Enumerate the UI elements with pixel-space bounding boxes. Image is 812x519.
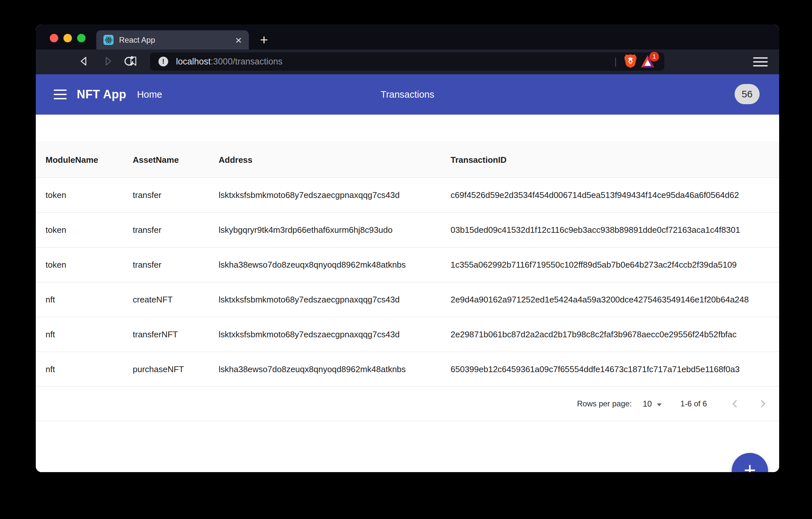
url-text: localhost:3000/transactions — [176, 57, 614, 67]
column-header-assetname: AssetName — [123, 143, 209, 178]
url-host: localhost — [176, 57, 211, 66]
back-icon[interactable] — [78, 55, 90, 69]
brave-rewards-icon[interactable]: 1 — [640, 54, 655, 69]
cell-modulename: token — [36, 178, 123, 213]
cell-address: lsktxksfsbmkmoto68y7edszaecgpnaxqqg7cs43… — [209, 178, 441, 213]
cell-modulename: nft — [36, 282, 123, 317]
browser-window: React App × + ! localhost:3000/transacti… — [36, 24, 779, 472]
browser-tab[interactable]: React App × — [96, 30, 249, 50]
tab-close-icon[interactable]: × — [235, 34, 242, 46]
cell-transactionid: 2e9d4a90162a971252ed1e5424a4a59a3200dce4… — [441, 282, 779, 317]
browser-toolbar: ! localhost:3000/transactions | 1 — [36, 50, 779, 74]
cell-address: lsktxksfsbmkmoto68y7edszaecgpnaxqqg7cs43… — [209, 317, 441, 352]
rows-per-page-select[interactable]: 10 — [643, 399, 662, 409]
cell-address: lskha38ewso7do8zeuqx8qnyoqd8962mk48atknb… — [209, 247, 441, 282]
table-row: nft createNFT lsktxksfsbmkmoto68y7edszae… — [36, 282, 779, 317]
table-header-row: ModuleName AssetName Address Transaction… — [36, 143, 779, 178]
column-header-address: Address — [209, 143, 441, 178]
cell-transactionid: 03b15ded09c41532d1f12c116c9eb3acc938b898… — [441, 213, 779, 247]
brave-shields-icon[interactable] — [624, 54, 637, 70]
browser-menu-icon[interactable] — [753, 55, 768, 69]
table-pagination: Rows per page: 10 1-6 of 6 — [36, 387, 779, 421]
zoom-window-button[interactable] — [77, 34, 86, 42]
cell-assetname: transfer — [123, 178, 209, 213]
rows-per-page-label: Rows per page: — [577, 399, 632, 408]
cell-assetname: transferNFT — [123, 317, 209, 352]
forward-icon[interactable] — [102, 55, 114, 69]
table-row: nft purchaseNFT lskha38ewso7do8zeuqx8qny… — [36, 352, 779, 387]
tab-strip: React App × + — [36, 24, 779, 50]
react-favicon-icon — [104, 35, 114, 45]
tab-title: React App — [119, 35, 235, 45]
column-header-transactionid: TransactionID — [441, 143, 779, 178]
app-menu-icon[interactable] — [54, 87, 67, 102]
count-badge: 56 — [734, 84, 760, 104]
minimize-window-button[interactable] — [63, 34, 72, 42]
rewards-notification-badge: 1 — [649, 52, 659, 61]
cell-address: lsktxksfsbmkmoto68y7edszaecgpnaxqqg7cs43… — [209, 282, 441, 317]
new-tab-button[interactable]: + — [254, 30, 273, 50]
address-bar[interactable]: ! localhost:3000/transactions | 1 — [150, 52, 664, 71]
main-content: ModuleName AssetName Address Transaction… — [36, 142, 779, 472]
rows-per-page-value: 10 — [643, 399, 652, 409]
page-title: Transactions — [381, 89, 434, 100]
cell-address: lskha38ewso7do8zeuqx8qnyoqd8962mk48atknb… — [209, 352, 441, 387]
app-brand: NFT App — [77, 88, 126, 101]
nav-link-home[interactable]: Home — [137, 89, 162, 100]
cell-modulename: nft — [36, 317, 123, 352]
app-bar: NFT App Home Transactions 56 — [36, 74, 779, 115]
next-page-icon[interactable] — [756, 397, 770, 411]
cell-assetname: transfer — [123, 247, 209, 282]
close-window-button[interactable] — [50, 34, 58, 42]
column-header-modulename: ModuleName — [36, 143, 123, 178]
table-row: token transfer lskybgqryr9tk4m3rdp66etha… — [36, 213, 779, 247]
table-row: token transfer lskha38ewso7do8zeuqx8qnyo… — [36, 247, 779, 282]
cell-transactionid: 2e29871b061bc87d2a2acd2b17b98c8c2faf3b96… — [441, 317, 779, 352]
cell-assetname: createNFT — [123, 282, 209, 317]
dropdown-caret-icon — [657, 399, 662, 408]
cell-modulename: token — [36, 213, 123, 247]
transactions-table: ModuleName AssetName Address Transaction… — [36, 142, 779, 387]
pagination-range: 1-6 of 6 — [680, 399, 707, 408]
table-row: nft transferNFT lsktxksfsbmkmoto68y7edsz… — [36, 317, 779, 352]
cell-assetname: purchaseNFT — [123, 352, 209, 387]
previous-page-icon[interactable] — [728, 397, 742, 411]
cell-assetname: transfer — [123, 213, 209, 247]
add-transaction-fab[interactable]: + — [732, 453, 768, 472]
window-controls — [50, 34, 86, 42]
table-row: token transfer lsktxksfsbmkmoto68y7edsza… — [36, 178, 779, 213]
site-info-icon[interactable]: ! — [158, 57, 168, 66]
omnibox-divider: | — [614, 56, 617, 67]
cell-address: lskybgqryr9tk4m3rdp66ethaf6xurm6hj8c93ud… — [209, 213, 441, 247]
cell-transactionid: 1c355a062992b7116f719550c102ff89d5ab7b0e… — [441, 247, 779, 282]
cell-transactionid: c69f4526d59e2d3534f454d006714d5ea513f949… — [441, 178, 779, 213]
url-path: :3000/transactions — [211, 57, 283, 66]
bookmark-icon[interactable] — [127, 55, 139, 69]
cell-modulename: token — [36, 247, 123, 282]
cell-modulename: nft — [36, 352, 123, 387]
cell-transactionid: 650399eb12c6459361a09c7f65554ddfe14673c1… — [441, 352, 779, 387]
